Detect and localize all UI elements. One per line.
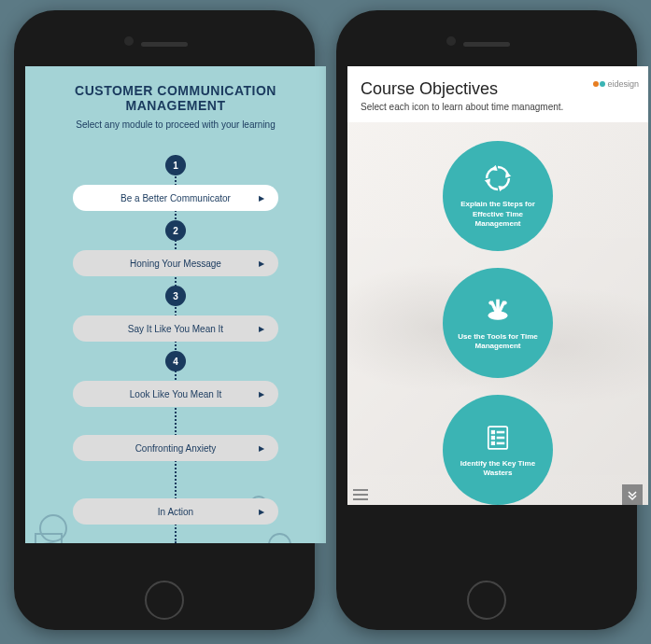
objective-use-tools[interactable]: Use the Tools for Time Management [443,268,553,378]
module-label: Confronting Anxiety [135,443,217,454]
chevron-down-icon[interactable] [622,484,643,505]
module-in-action[interactable]: In Action ▶ [73,498,278,525]
header-right: Course Objectives Select each icon to le… [347,66,648,122]
cycle-icon [482,162,514,194]
svg-rect-13 [491,441,494,444]
module-label: Say It Like You Mean It [128,324,223,334]
chevron-right-icon: ▶ [259,325,264,333]
svg-rect-12 [491,436,494,439]
step-number: 4 [165,351,186,371]
svg-rect-7 [497,300,500,314]
objectives-list: Explain the Steps for Effective Time Man… [347,122,648,505]
home-button[interactable] [145,581,184,620]
svg-rect-11 [491,430,494,433]
objective-explain-steps[interactable]: Explain the Steps for Effective Time Man… [443,141,553,251]
module-look-like-you-mean-it[interactable]: Look Like You Mean It ▶ [73,381,278,407]
chevron-right-icon: ▶ [259,194,264,203]
module-label: Honing Your Message [130,259,221,269]
module-confronting-anxiety[interactable]: Confronting Anxiety ▶ [73,435,278,461]
checklist-icon [482,422,514,454]
chevron-right-icon: ▶ [259,508,264,516]
screen-left: CUSTOMER COMMUNICATION MANAGEMENT Select… [25,66,326,543]
brand-logo: eidesign [593,79,639,89]
module-honing-your-message[interactable]: Honing Your Message ▶ [73,250,278,276]
timeline-line [175,155,177,543]
step-number: 3 [165,286,186,306]
module-label: In Action [158,507,193,517]
screen-right: Course Objectives Select each icon to le… [347,66,648,505]
svg-rect-15 [497,437,504,439]
module-label: Look Like You Mean It [130,389,221,399]
step-number: 2 [165,220,186,241]
objective-label: Explain the Steps for Effective Time Man… [454,200,542,229]
chevron-right-icon: ▶ [259,259,264,268]
phone-frame-left: CUSTOMER COMMUNICATION MANAGEMENT Select… [14,10,315,630]
chevron-right-icon: ▶ [259,444,264,453]
module-be-a-better-communicator[interactable]: Be a Better Communicator ▶ [73,185,278,211]
step-number: 1 [165,155,186,175]
tools-icon [482,295,514,327]
brand-text: eidesign [607,79,639,89]
svg-point-9 [503,301,506,303]
bottom-bar [347,484,648,505]
objective-label: Identify the Key Time Wasters [454,459,542,479]
svg-point-8 [489,301,492,303]
home-button[interactable] [467,581,506,620]
svg-rect-14 [497,431,504,433]
phone-frame-right: Course Objectives Select each icon to le… [336,10,637,630]
page-subtitle: Select each icon to learn about time man… [361,101,635,113]
menu-icon[interactable] [353,489,368,500]
svg-rect-16 [497,442,504,444]
module-label: Be a Better Communicator [120,193,231,203]
chevron-right-icon: ▶ [259,390,264,399]
module-say-it-like-you-mean-it[interactable]: Say It Like You Mean It ▶ [73,315,278,342]
module-timeline: 1 Be a Better Communicator ▶ 2 Honing Yo… [25,155,326,543]
objective-label: Use the Tools for Time Management [454,332,542,352]
